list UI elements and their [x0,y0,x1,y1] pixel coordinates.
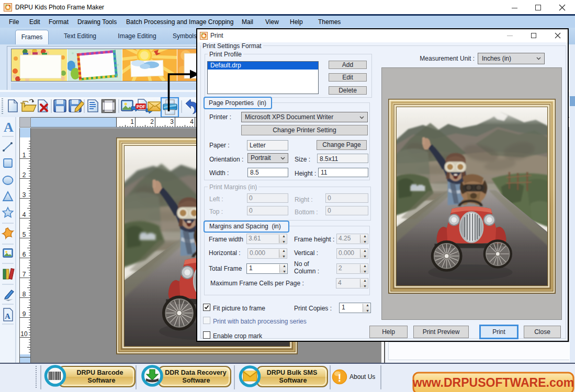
svg-text:10: 10 [20,330,28,338]
svg-text:!: ! [338,372,342,384]
svg-text:Software: Software [279,377,307,384]
svg-text:2: 2 [150,118,154,125]
svg-text:9: 9 [22,310,26,318]
svg-text:2: 2 [22,171,26,179]
svg-text:6: 6 [22,251,26,258]
svg-text:3: 3 [170,118,174,125]
svg-text:4: 4 [22,211,26,218]
svg-text:3: 3 [22,191,26,199]
svg-text:A: A [5,312,10,320]
svg-text:DRPU Barcode: DRPU Barcode [77,369,123,376]
svg-text:8: 8 [22,291,26,298]
svg-text:5: 5 [22,231,26,238]
svg-text:Software: Software [88,377,116,384]
svg-text:PDF: PDF [137,104,145,109]
svg-text:DRPU Bulk SMS: DRPU Bulk SMS [267,369,318,376]
svg-text:1: 1 [130,118,134,125]
svg-text:About Us: About Us [349,373,375,381]
svg-text:DDR Data Recovery: DDR Data Recovery [165,369,226,376]
svg-text:7: 7 [22,271,26,278]
svg-text:1: 1 [22,152,26,159]
svg-text:A: A [4,120,14,135]
svg-text:www.DRPUSOFTWARE.com: www.DRPUSOFTWARE.com [412,376,574,389]
svg-text:4: 4 [190,118,194,125]
svg-text:Software: Software [183,377,210,384]
